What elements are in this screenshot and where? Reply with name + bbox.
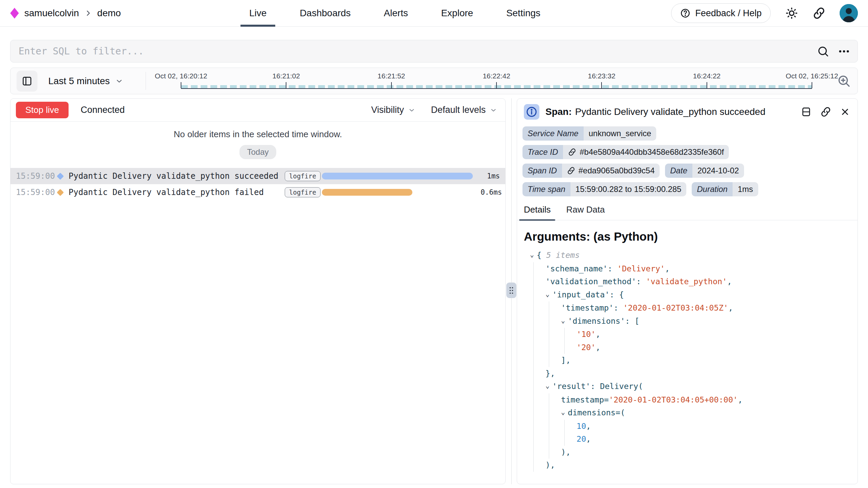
stop-live-button[interactable]: Stop live	[16, 102, 69, 118]
avatar[interactable]	[840, 4, 858, 22]
tag-badge[interactable]: logfire	[285, 187, 321, 197]
span-link-icon[interactable]	[820, 106, 831, 117]
duration-label: 0.6ms	[481, 188, 506, 196]
code-token-pun: ,	[596, 343, 601, 352]
badge-row: Time span15:59:00.282 to 15:59:00.285Dur…	[522, 182, 852, 196]
zoom-in-icon[interactable]	[837, 74, 851, 88]
tab-details[interactable]: Details	[524, 204, 551, 220]
time-range-label: Last 5 minutes	[48, 76, 110, 87]
tab-dashboards[interactable]: Dashboards	[300, 0, 351, 26]
code-tree: ⌄{ 5 items'schema_name': 'Delivery','val…	[524, 249, 855, 472]
search-icon[interactable]	[817, 45, 829, 57]
breadcrumb-project[interactable]: demo	[97, 8, 121, 19]
code-token-str: '20'	[577, 343, 596, 352]
collapse-caret-icon[interactable]: ⌄	[561, 406, 568, 419]
badge-value[interactable]: #b4e5809a440dbb3458e68d2335fe360f	[563, 145, 729, 159]
timeline[interactable]: Oct 02, 16:20:1216:21:0216:21:5216:22:42…	[181, 68, 812, 94]
code-line: 20,	[524, 433, 855, 446]
code-token-key: Delivery(	[600, 382, 643, 391]
code-token-str: 'validate_python'	[646, 277, 727, 286]
breadcrumb-org[interactable]: samuelcolvin	[24, 8, 79, 19]
theme-toggle-button[interactable]	[785, 6, 798, 20]
span-title-label: Span:	[545, 106, 572, 117]
code-token-pun: : {	[610, 290, 624, 299]
code-token-pun: {	[537, 250, 546, 260]
default-levels-dropdown[interactable]: Default levels	[431, 105, 497, 115]
time-range-selector[interactable]: Last 5 minutes	[48, 68, 123, 94]
default-levels-label: Default levels	[431, 105, 486, 115]
drag-handle-icon	[509, 286, 514, 295]
code-token-pun: ],	[561, 356, 570, 365]
code-token-key: 'validation_method'	[545, 277, 636, 286]
code-token-pun: :	[590, 382, 600, 391]
span-detail-panel: Span:Pydantic Delivery validate_python s…	[517, 98, 858, 484]
live-panel-header: Stop live Connected Visibility Default l…	[10, 99, 505, 122]
code-token-key: 'input_data'	[552, 290, 610, 299]
logo-icon[interactable]	[10, 8, 19, 19]
connection-status: Connected	[81, 105, 125, 115]
log-timestamp: 15:59:00	[16, 188, 56, 197]
tab-settings[interactable]: Settings	[506, 0, 540, 26]
badge-row: Span ID#eda9065a0bd39c54Date2024-10-02	[522, 164, 852, 178]
attribute-badge: Date2024-10-02	[665, 164, 744, 178]
duration-bar	[322, 189, 412, 196]
share-link-button[interactable]	[813, 7, 825, 20]
day-divider-badge: Today	[239, 145, 276, 159]
timeline-tick-mark	[707, 82, 707, 88]
code-token-pun: ,	[728, 303, 733, 313]
feedback-help-label: Feedback / Help	[695, 8, 762, 19]
time-range-bar: Last 5 minutes Oct 02, 16:20:1216:21:021…	[10, 68, 858, 94]
timeline-tick-mark	[601, 82, 602, 88]
code-token-pun: ,	[727, 277, 732, 286]
collapse-caret-icon[interactable]: ⌄	[545, 288, 552, 301]
code-line: 'schema_name': 'Delivery',	[524, 262, 855, 275]
badge-value[interactable]: #eda9065a0bd39c54	[562, 164, 660, 178]
duration-label: 1ms	[481, 172, 505, 180]
code-token-pun: :	[636, 277, 646, 286]
code-token-pun: ),	[561, 447, 570, 457]
collapse-caret-icon[interactable]: ⌄	[530, 248, 537, 261]
breadcrumb: samuelcolvin demo	[10, 8, 121, 19]
tab-raw-data[interactable]: Raw Data	[566, 204, 605, 220]
tab-alerts[interactable]: Alerts	[384, 0, 408, 26]
arguments-heading: Arguments: (as Python)	[524, 230, 851, 243]
breadcrumb-separator-icon	[84, 9, 92, 17]
code-token-num: 10	[577, 421, 586, 431]
badge-value: 1ms	[733, 182, 758, 196]
split-view-icon[interactable]	[801, 106, 812, 117]
panel-toggle-button[interactable]	[17, 71, 37, 92]
timeline-tick-mark	[812, 82, 812, 88]
top-nav: samuelcolvin demo LiveDashboardsAlertsEx…	[0, 0, 868, 27]
more-icon[interactable]	[838, 45, 850, 57]
code-line: 10,	[524, 420, 855, 433]
code-token-pun: ),	[545, 460, 555, 470]
collapse-caret-icon[interactable]: ⌄	[561, 314, 568, 327]
code-token-pun: },	[545, 369, 555, 378]
nav-tabs: LiveDashboardsAlertsExploreSettings	[249, 0, 540, 26]
level-diamond-icon	[57, 189, 64, 196]
close-icon[interactable]	[840, 107, 850, 117]
code-line: 'validation_method': 'validate_python',	[524, 275, 855, 288]
sql-filter-input[interactable]	[18, 45, 817, 57]
timeline-tick-label: 16:21:52	[378, 72, 405, 80]
log-row[interactable]: 15:59:00Pydantic Delivery validate_pytho…	[10, 184, 505, 200]
log-row[interactable]: 15:59:00Pydantic Delivery validate_pytho…	[10, 168, 505, 184]
info-icon	[524, 104, 539, 120]
attribute-badge: Time span15:59:00.282 to 15:59:00.285	[522, 182, 686, 196]
code-line: },	[524, 367, 855, 380]
tag-badge[interactable]: logfire	[285, 171, 321, 181]
code-line: 'timestamp': '2020-01-02T03:04:05Z',	[524, 301, 855, 315]
tab-live[interactable]: Live	[249, 0, 266, 26]
timebar-divider	[146, 72, 146, 90]
badge-link-icon[interactable]	[568, 148, 576, 156]
feedback-help-button[interactable]: Feedback / Help	[671, 3, 771, 23]
visibility-dropdown[interactable]: Visibility	[371, 105, 415, 115]
timeline-tick-label: 16:21:02	[272, 72, 300, 80]
timeline-tick-label: 16:23:32	[588, 72, 615, 80]
collapse-caret-icon[interactable]: ⌄	[545, 379, 552, 392]
badge-link-icon[interactable]	[567, 167, 575, 175]
drag-handle[interactable]	[506, 283, 516, 298]
code-token-pun: : [	[625, 316, 639, 326]
panel-toggle-icon	[22, 76, 32, 87]
tab-explore[interactable]: Explore	[441, 0, 473, 26]
